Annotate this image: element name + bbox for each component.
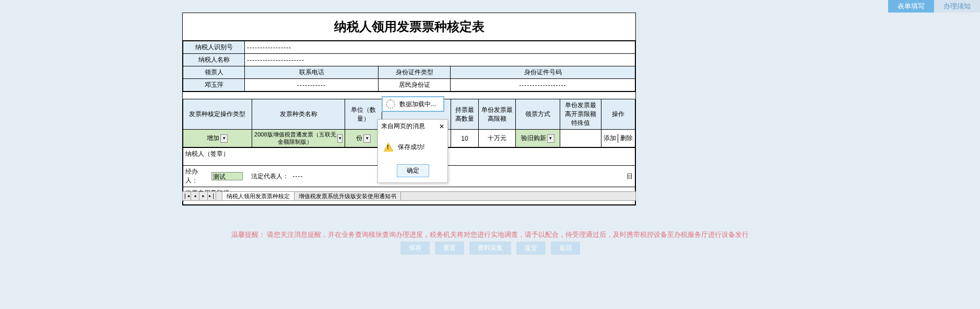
label-legal-rep: 法定代表人： (249, 166, 291, 187)
chevron-down-icon[interactable]: ▾ (547, 134, 554, 143)
col-unit: 单位（数量） (345, 99, 382, 130)
submit-button[interactable]: 提交 (516, 242, 546, 255)
col-method: 领票方式 (515, 99, 560, 130)
message-dialog: 来自网页的消息 ✕ 保存成功! 确定 (377, 119, 448, 183)
tab-handling-notice[interactable]: 办理须知 (934, 0, 980, 13)
value-id-no: ------------------ (451, 79, 635, 91)
warm-reminder: 温馨提醒： 请您关注消息提醒，并在业务查询模块查询办理进度，税务机关将对您进行实… (0, 230, 980, 239)
dialog-body-text: 保存成功! (398, 143, 424, 152)
sheet-nav-last[interactable]: ▸| (208, 192, 216, 200)
value-recipient: 邓玉萍 (183, 79, 245, 91)
label-phone: 联系电话 (245, 66, 379, 79)
form-title: 纳税人领用发票票种核定表 (183, 13, 635, 41)
sheet-nav-prev[interactable]: ◂ (191, 192, 199, 200)
agent-input[interactable]: 测试 (211, 172, 243, 180)
value-id-type: 居民身份证 (379, 79, 451, 91)
label-recipient: 领票人 (183, 66, 245, 79)
chevron-down-icon[interactable]: ▾ (337, 134, 343, 143)
col-max-special: 单份发票最高开票限额特殊值 (560, 99, 601, 130)
loading-overlay: 数据加载中... (382, 96, 444, 112)
col-inv-name: 发票种类名称 (252, 99, 345, 130)
sheet-tab-kinds[interactable]: 纳税人领用发票票种核定 (222, 192, 294, 200)
col-ops: 操作 (601, 99, 635, 130)
label-taxpayer-name: 纳税人名称 (183, 54, 245, 66)
sheet-tab-bar: |◂ ◂ ▸ ▸| 纳税人领用发票票种核定 增值税发票系统升级版安装使用通知书 (182, 191, 636, 201)
dialog-ok-button[interactable]: 确定 (397, 164, 429, 177)
back-button[interactable]: 返回 (551, 242, 580, 255)
dialog-title-text: 来自网页的消息 (381, 122, 425, 131)
spinner-icon (386, 99, 395, 109)
cell-max-special (560, 130, 601, 147)
label-taxpayer-id: 纳税人识别号 (183, 41, 245, 54)
collect-button[interactable]: 资料采集 (469, 242, 511, 255)
chevron-down-icon[interactable]: ▾ (220, 134, 228, 143)
tab-form-fill[interactable]: 表单填写 (888, 0, 934, 13)
sheet-tab-upgrade-notice[interactable]: 增值税发票系统升级版安装使用通知书 (294, 192, 401, 200)
cell-max-hold: 10 (451, 130, 479, 147)
label-id-no: 身份证件号码 (451, 66, 635, 79)
action-bar: 保存 重置 资料采集 提交 返回 (0, 242, 980, 255)
close-icon[interactable]: ✕ (439, 123, 444, 130)
cell-op-type[interactable]: 增加▾ (183, 130, 252, 147)
header-table: 纳税人识别号 ----------------- 纳税人名称 ---------… (183, 41, 635, 91)
add-link[interactable]: 添加 (602, 134, 618, 143)
col-max-hold: 持票最高数量 (451, 99, 479, 130)
delete-link[interactable]: 删除 (618, 134, 634, 143)
loading-text: 数据加载中... (399, 100, 436, 109)
value-taxpayer-name: ---------------------- (245, 54, 635, 66)
label-id-type: 身份证件类型 (379, 66, 451, 79)
chevron-down-icon[interactable]: ▾ (363, 134, 371, 143)
sheet-nav-next[interactable]: ▸ (199, 192, 208, 200)
reset-button[interactable]: 重置 (435, 242, 464, 255)
col-max-single: 单份发票最高限额 (478, 99, 515, 130)
value-taxpayer-id: ----------------- (245, 41, 635, 54)
label-agent: 经办人： (183, 166, 209, 187)
warning-icon (383, 142, 394, 152)
cell-inv-name[interactable]: 2008版增值税普通发票（五联无金额限制版）▾ (252, 130, 345, 147)
cell-method[interactable]: 验旧购新▾ (515, 130, 560, 147)
top-tab-bar: 表单填写 办理须知 (888, 0, 980, 13)
value-phone: ----------- (245, 79, 379, 91)
sheet-nav-first[interactable]: |◂ (183, 192, 191, 200)
save-button[interactable]: 保存 (400, 242, 430, 255)
date-suffix: 日 (458, 166, 635, 187)
cell-max-single: 十万元 (478, 130, 515, 147)
col-op-type: 发票种核定操作类型 (183, 99, 252, 130)
cell-unit[interactable]: 份▾ (345, 130, 382, 147)
